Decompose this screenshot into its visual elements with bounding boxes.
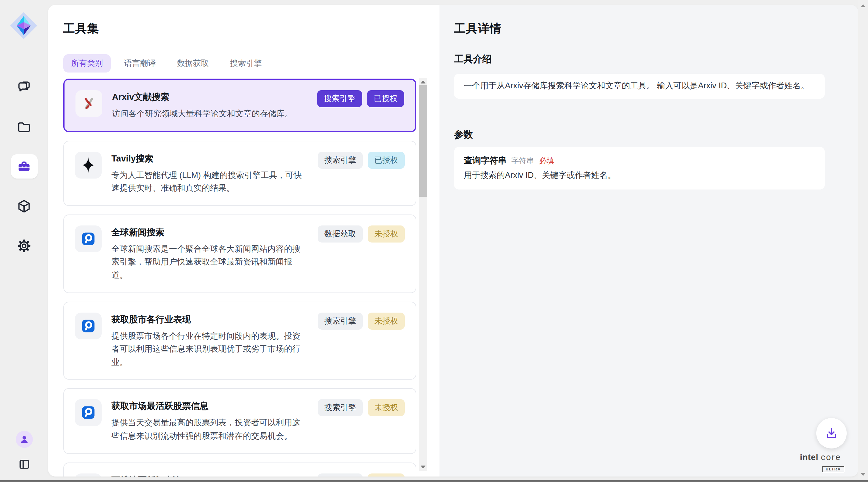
parameter-type: 字符串 (511, 156, 534, 166)
gear-icon (17, 238, 32, 253)
sidebar-toggle-icon (17, 458, 31, 471)
category-badge: 数据获取 (318, 225, 363, 243)
category-badge: 搜索引擎 (318, 312, 363, 329)
parameter-description: 用于搜索的Arxiv ID、关键字或作者姓名。 (464, 170, 815, 181)
tool-badges: 搜索引擎 未授权 (318, 312, 405, 329)
tool-description: 提供股票市场各个行业在特定时间段内的表现。投资者可以利用这些信息来识别表现优于或… (112, 329, 308, 369)
sidebar-nav (0, 75, 48, 273)
scroll-down-arrow-icon[interactable] (420, 465, 425, 469)
cube-icon (17, 198, 32, 214)
category-badge: 搜索引擎 (318, 151, 363, 169)
sidebar-item-models[interactable] (11, 194, 37, 218)
window-bottom-edge (0, 480, 868, 482)
tool-info: 全球新闻搜索 全球新闻搜索是一个聚合全球各大新闻网站内容的搜索引擎，帮助用户快速… (112, 225, 308, 282)
download-icon (824, 426, 839, 441)
tab-all-categories[interactable]: 所有类别 (63, 54, 111, 73)
page-scroll-down-arrow-icon[interactable] (860, 473, 865, 476)
sidebar-item-files[interactable] (11, 115, 37, 139)
tool-badges: 搜索引擎 已授权 (317, 90, 404, 107)
tool-list-scrollbar-thumb[interactable] (419, 85, 427, 197)
auth-status-badge: 未授权 (368, 399, 405, 417)
app-logo (10, 11, 38, 39)
scroll-up-arrow-icon[interactable] (420, 80, 425, 84)
download-button[interactable] (816, 418, 847, 449)
tool-name: 获取股市各行业表现 (112, 313, 308, 325)
toolset-title: 工具集 (63, 21, 99, 36)
tool-badges: 数据获取 未授权 (318, 225, 405, 243)
tool-info: Tavily搜索 专为人工智能代理 (LLM) 构建的搜索引擎工具，可快速提供实… (112, 151, 308, 195)
toolbox-icon (17, 159, 32, 174)
tab-translation[interactable]: 语言翻译 (116, 54, 164, 73)
auth-status-badge: 未授权 (368, 473, 405, 477)
tool-description: 专为人工智能代理 (LLM) 构建的搜索引擎工具，可快速提供实时、准确和真实的结… (112, 169, 308, 195)
active-stocks-search-icon (75, 399, 102, 426)
tool-description: 访问各个研究领域大量科学论文和文章的存储库。 (112, 107, 293, 120)
auth-status-badge: 未授权 (368, 312, 405, 329)
user-avatar-icon (19, 434, 30, 445)
tool-badges: 搜索引擎 已授权 (318, 151, 405, 169)
auth-status-badge: 未授权 (368, 225, 405, 243)
chat-icon (17, 80, 32, 95)
sidebar-item-chat[interactable] (11, 75, 37, 99)
tool-info: Arxiv文献搜索 访问各个研究领域大量科学论文和文章的存储库。 (112, 90, 293, 120)
tool-info: 获取市场最活跃股票信息 提供当天交易量最高的股票列表，投资者可以利用这些信息来识… (112, 399, 308, 443)
tool-details-panel: 工具详情 工具介绍 一个用于从Arxiv存储库搜索科学论文和文章的工具。 输入可… (439, 5, 858, 477)
local-news-icon: LOCAL NEW (75, 473, 102, 477)
sidebar-collapse-button[interactable] (16, 456, 32, 472)
page-scrollbar (858, 0, 868, 480)
category-badge: 搜索引擎 (318, 473, 363, 477)
main-panel: 工具集 所有类别 语言翻译 数据获取 搜索引擎 (48, 5, 858, 477)
details-title: 工具详情 (454, 21, 502, 36)
tool-name: 全球新闻搜索 (112, 227, 308, 238)
tool-card-global-news[interactable]: 全球新闻搜索 全球新闻搜索是一个聚合全球各大新闻网站内容的搜索引擎，帮助用户快速… (63, 215, 416, 293)
tool-badges: 搜索引擎 未授权 (318, 473, 405, 477)
tool-intro-card: 一个用于从Arxiv存储库搜索科学论文和文章的工具。 输入可以是Arxiv ID… (454, 74, 825, 99)
stock-sector-search-icon (75, 312, 102, 339)
tab-data-fetch[interactable]: 数据获取 (169, 54, 217, 73)
tool-card-arxiv[interactable]: Arxiv文献搜索 访问各个研究领域大量科学论文和文章的存储库。 搜索引擎 已授… (63, 79, 416, 132)
category-badge: 搜索引擎 (317, 90, 362, 107)
app-window: 工具集 所有类别 语言翻译 数据获取 搜索引擎 (0, 0, 868, 482)
auth-status-badge: 已授权 (368, 151, 405, 169)
tool-card-tavily[interactable]: Tavily搜索 专为人工智能代理 (LLM) 构建的搜索引擎工具，可快速提供实… (63, 140, 416, 206)
sidebar-footer (0, 431, 48, 482)
intel-core-logo: intel core (789, 452, 852, 462)
intro-heading: 工具介绍 (454, 53, 492, 66)
tab-search-engine[interactable]: 搜索引擎 (222, 54, 270, 73)
sidebar-item-tools[interactable] (11, 154, 37, 178)
intel-wordmark: intel (800, 452, 818, 462)
tool-description: 全球新闻搜索是一个聚合全球各大新闻网站内容的搜索引擎，帮助用户快速获取全球最新资… (112, 243, 308, 282)
global-news-search-icon (75, 225, 102, 252)
tool-name: 万维地区新闻查询 (112, 474, 308, 477)
intel-core-ultra-badge: intel core ULTRA (789, 452, 852, 473)
toolset-panel: 工具集 所有类别 语言翻译 数据获取 搜索引擎 (48, 5, 439, 477)
tool-info: 获取股市各行业表现 提供股票市场各个行业在特定时间段内的表现。投资者可以利用这些… (112, 312, 308, 369)
category-badge: 搜索引擎 (318, 399, 363, 417)
core-wordmark: core (821, 452, 841, 462)
parameter-required-label: 必填 (539, 156, 554, 166)
tool-list: Arxiv文献搜索 访问各个研究领域大量科学论文和文章的存储库。 搜索引擎 已授… (63, 79, 416, 477)
user-avatar[interactable] (16, 431, 33, 448)
params-heading: 参数 (454, 129, 473, 141)
tool-card-local-news[interactable]: LOCAL NEW 万维地区新闻查询 查询具体行政区划内的新闻，快速了解各地新闻… (63, 462, 416, 477)
tool-badges: 搜索引擎 未授权 (318, 399, 405, 417)
tavily-star-icon (75, 151, 102, 178)
sidebar-item-settings[interactable] (11, 233, 37, 258)
tool-info: 万维地区新闻查询 查询具体行政区划内的新闻，快速了解各地新闻动态。 (112, 473, 308, 477)
tool-description: 提供当天交易量最高的股票列表，投资者可以利用这些信息来识别流动性强的股票和潜在的… (112, 417, 308, 443)
folder-icon (17, 119, 32, 134)
category-tabs: 所有类别 语言翻译 数据获取 搜索引擎 (63, 54, 270, 73)
page-scroll-up-arrow-icon[interactable] (860, 4, 865, 7)
tool-name: Tavily搜索 (112, 153, 308, 164)
auth-status-badge: 已授权 (367, 90, 404, 107)
tool-name: 获取市场最活跃股票信息 (112, 401, 308, 412)
tool-name: Arxiv文献搜索 (112, 91, 293, 103)
ultra-label: ULTRA (822, 466, 844, 472)
arxiv-logo-icon (75, 90, 102, 117)
parameter-card: 查询字符串 字符串 必填 用于搜索的Arxiv ID、关键字或作者姓名。 (454, 147, 825, 190)
tool-card-active-stocks[interactable]: 获取市场最活跃股票信息 提供当天交易量最高的股票列表，投资者可以利用这些信息来识… (63, 389, 416, 454)
sidebar (0, 0, 48, 482)
tool-list-scrollbar (419, 78, 427, 471)
parameter-header: 查询字符串 字符串 必填 (464, 155, 815, 166)
tool-card-stock-sectors[interactable]: 获取股市各行业表现 提供股票市场各个行业在特定时间段内的表现。投资者可以利用这些… (63, 301, 416, 380)
